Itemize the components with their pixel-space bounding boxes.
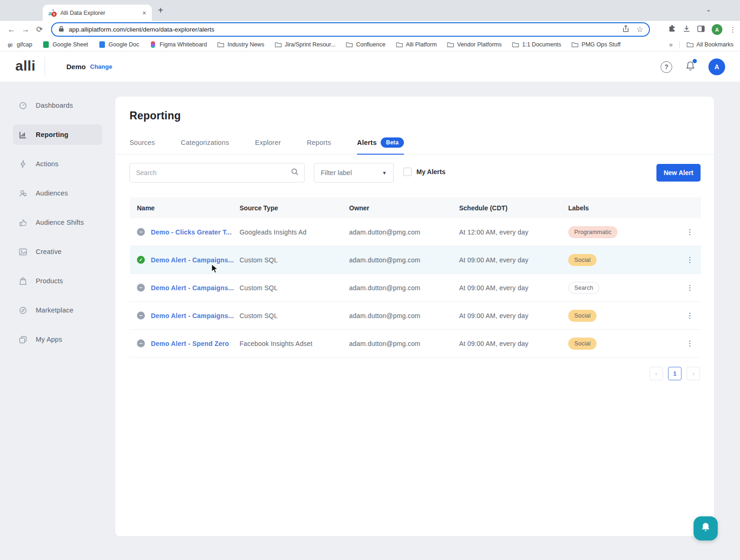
table-row[interactable]: Demo Alert - Spend Zero Facebook Insight…: [130, 330, 701, 358]
tab-alerts[interactable]: Alerts Beta: [357, 137, 404, 155]
folder-icon: [346, 41, 353, 48]
chevron-down-icon: ▼: [382, 170, 387, 176]
row-menu-icon[interactable]: ⋮: [686, 258, 693, 262]
figma-icon: [149, 41, 157, 48]
folder-icon: [686, 41, 694, 48]
bell-icon: [700, 521, 712, 535]
back-icon[interactable]: ←: [5, 25, 19, 34]
column-header-schedule: Schedule (CDT): [459, 204, 568, 212]
client-name: Demo: [66, 63, 86, 71]
pagination-prev-button[interactable]: ‹: [649, 367, 663, 380]
my-apps-icon: [19, 336, 27, 344]
search-field[interactable]: [130, 163, 305, 182]
sidebar-item-my-apps[interactable]: My Apps: [13, 329, 102, 350]
gifcap-icon: gc: [6, 41, 14, 48]
bookmark-item[interactable]: Industry News: [217, 41, 264, 48]
notifications-bell-icon[interactable]: [685, 60, 695, 73]
folder-icon: [512, 41, 519, 48]
sidebar-item-dashboards[interactable]: Dashboards: [13, 95, 102, 116]
browser-tab[interactable]: aS Alli Data Explorer ×: [43, 5, 152, 21]
bookmark-item[interactable]: 1:1 Documents: [512, 41, 561, 48]
sidebar-item-audience-shifts[interactable]: Audience Shifts: [13, 212, 102, 233]
tab-reports[interactable]: Reports: [307, 137, 331, 154]
dashboards-icon: [19, 102, 27, 110]
sidebar-item-marketplace[interactable]: Marketplace: [13, 300, 102, 320]
filter-label-select[interactable]: Filter label ▼: [314, 163, 394, 182]
alli-favicon-icon: aS: [48, 9, 57, 17]
my-alerts-checkbox[interactable]: [403, 168, 412, 176]
source-type-cell: Custom SQL: [240, 256, 349, 264]
bookmark-item[interactable]: gcgifcap: [6, 41, 32, 48]
alert-name-link[interactable]: Demo Alert - Campaigns...: [151, 284, 234, 292]
row-menu-icon[interactable]: ⋮: [686, 230, 693, 234]
user-avatar[interactable]: A: [708, 59, 725, 75]
alert-name-link[interactable]: Demo Alert - Campaigns...: [151, 312, 234, 319]
sidebar-item-actions[interactable]: Actions: [13, 154, 102, 174]
minus-circle-icon: [137, 312, 145, 319]
tab-search-chevron-icon[interactable]: ⌄: [706, 6, 711, 13]
table-row[interactable]: Demo Alert - Campaigns... Custom SQL ada…: [130, 302, 701, 330]
page-title: Reporting: [130, 110, 181, 122]
search-input[interactable]: [136, 169, 291, 176]
minus-circle-icon: [137, 228, 145, 236]
sidebar-item-creative[interactable]: Creative: [13, 241, 102, 262]
bookmark-item[interactable]: PMG Ops Stuff: [571, 41, 621, 48]
side-panel-icon[interactable]: [697, 25, 705, 34]
row-menu-icon[interactable]: ⋮: [686, 286, 693, 290]
bookmark-item[interactable]: Alli Platform: [396, 41, 437, 48]
address-bar[interactable]: app.alliplatform.com/client/demo/data-ex…: [51, 22, 650, 37]
app-header: alli Demo Change ? A: [0, 52, 740, 82]
all-bookmarks-button[interactable]: All Bookmarks: [686, 41, 734, 48]
share-icon[interactable]: [623, 25, 629, 34]
my-alerts-toggle[interactable]: My Alerts: [403, 168, 446, 176]
tab-categorizations[interactable]: Categorizations: [181, 137, 229, 154]
alert-name-link[interactable]: Demo - Clicks Greater T...: [151, 228, 232, 236]
new-alert-button[interactable]: New Alert: [656, 164, 701, 182]
sidebar-item-audiences[interactable]: Audiences: [13, 183, 102, 203]
bookmark-star-icon[interactable]: ☆: [636, 25, 643, 34]
row-menu-icon[interactable]: ⋮: [686, 341, 693, 345]
bookmarks-bar: gcgifcap Google Sheet Google Doc Figma W…: [0, 38, 740, 52]
source-type-cell: Facebook Insights Adset: [240, 340, 349, 347]
tab-explorer[interactable]: Explorer: [255, 137, 281, 154]
bookmarks-overflow-icon[interactable]: »: [669, 41, 673, 48]
browser-tab-strip: aS Alli Data Explorer × + ⌄: [0, 0, 740, 21]
reporting-icon: [19, 131, 27, 139]
actions-icon: [19, 160, 27, 168]
table-header-row: Name Source Type Owner Schedule (CDT) La…: [130, 197, 701, 218]
table-row[interactable]: Demo - Clicks Greater T... Googleads Ins…: [130, 218, 701, 246]
pagination-page-1[interactable]: 1: [668, 367, 682, 380]
sidebar-item-reporting[interactable]: Reporting: [13, 124, 102, 145]
new-tab-button[interactable]: +: [158, 5, 163, 16]
help-icon[interactable]: ?: [661, 61, 672, 73]
chrome-menu-icon[interactable]: ⋮: [729, 26, 736, 34]
pagination-next-button[interactable]: ›: [687, 367, 700, 380]
alert-name-link[interactable]: Demo Alert - Spend Zero: [151, 340, 229, 347]
sidebar-item-products[interactable]: Products: [13, 271, 102, 291]
bookmark-item[interactable]: Jira/Sprint Resour...: [274, 41, 336, 48]
bookmark-item[interactable]: Google Sheet: [42, 41, 88, 48]
bookmark-item[interactable]: Google Doc: [98, 41, 139, 48]
alerts-controls: Filter label ▼ My Alerts New Alert: [115, 163, 714, 182]
folder-icon: [447, 41, 454, 48]
chrome-profile-avatar[interactable]: A: [712, 24, 722, 35]
bookmark-item[interactable]: Vendor Platforms: [447, 41, 502, 48]
tab-close-icon[interactable]: ×: [142, 9, 147, 17]
bookmark-item[interactable]: Confluence: [346, 41, 385, 48]
forward-icon[interactable]: →: [19, 25, 32, 34]
bookmark-item[interactable]: Figma Whiteboard: [149, 41, 207, 48]
tab-sources[interactable]: Sources: [130, 137, 155, 154]
alert-name-link[interactable]: Demo Alert - Campaigns...: [151, 256, 234, 264]
reload-icon[interactable]: ⟳: [32, 25, 46, 34]
row-menu-icon[interactable]: ⋮: [686, 313, 693, 318]
extensions-icon[interactable]: [668, 25, 676, 34]
label-chip: Search: [568, 282, 599, 294]
change-client-link[interactable]: Change: [90, 63, 112, 70]
notification-dot: [693, 59, 697, 63]
table-row[interactable]: Demo Alert - Campaigns... Custom SQL ada…: [130, 274, 701, 302]
folder-icon: [217, 41, 225, 48]
download-icon[interactable]: [683, 25, 690, 34]
alli-logo[interactable]: alli: [15, 58, 36, 74]
owner-cell: adam.dutton@pmg.com: [349, 312, 459, 319]
chat-widget-button[interactable]: [694, 516, 718, 540]
